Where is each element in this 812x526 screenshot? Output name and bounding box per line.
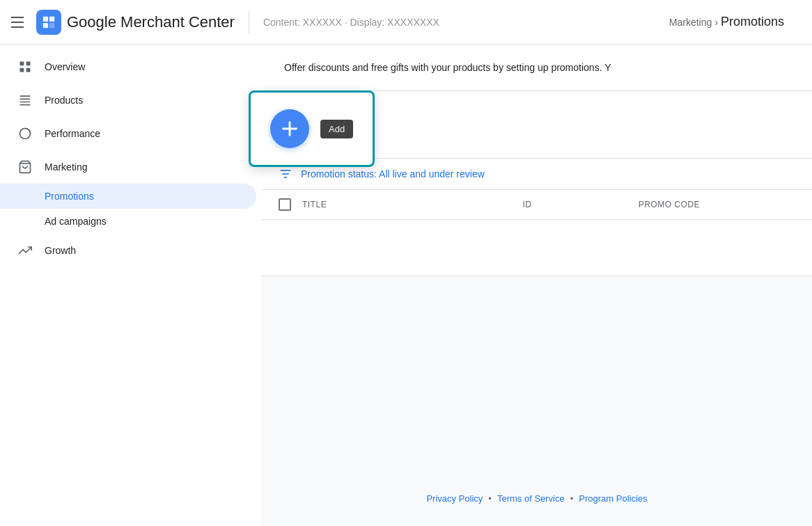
promo-banner-text: Offer discounts and free gifts with your… bbox=[284, 62, 611, 73]
promo-banner: Offer discounts and free gifts with your… bbox=[262, 45, 812, 91]
header-breadcrumb-area: Content: XXXXXX · Display: XXXXXXXX Mark… bbox=[263, 15, 801, 29]
sidebar-item-promotions-label: Promotions bbox=[45, 191, 94, 202]
header-divider bbox=[249, 11, 249, 33]
svg-rect-0 bbox=[43, 16, 48, 21]
privacy-policy-link[interactable]: Privacy Policy bbox=[426, 493, 483, 504]
svg-rect-6 bbox=[20, 68, 24, 72]
account-info: Content: XXXXXX · Display: XXXXXXXX bbox=[263, 17, 439, 28]
menu-icon[interactable] bbox=[11, 14, 28, 31]
add-tooltip-label: Add bbox=[320, 120, 353, 138]
trend-icon bbox=[17, 242, 33, 259]
table-col-id: ID bbox=[522, 200, 627, 209]
svg-rect-10 bbox=[20, 102, 31, 103]
table-col-promo: Promo code bbox=[639, 200, 795, 209]
sidebar-item-marketing[interactable]: Marketing bbox=[0, 150, 256, 184]
svg-rect-11 bbox=[20, 104, 31, 106]
sidebar-item-overview-label: Overview bbox=[45, 61, 85, 72]
logo-text: Google Merchant Center bbox=[67, 13, 235, 31]
table-header: Title ID Promo code bbox=[262, 190, 812, 220]
add-tooltip-box: Add bbox=[249, 90, 375, 167]
breadcrumb: Marketing › Promotions bbox=[669, 15, 801, 29]
circle-icon bbox=[17, 125, 33, 142]
svg-rect-9 bbox=[20, 99, 31, 100]
add-circle-button[interactable] bbox=[270, 109, 309, 148]
program-policies-link[interactable]: Program Policies bbox=[579, 493, 647, 504]
sidebar-item-marketing-label: Marketing bbox=[45, 161, 87, 173]
terms-of-service-link[interactable]: Terms of Service bbox=[497, 493, 565, 504]
main-layout: Overview Products Performa bbox=[0, 45, 812, 526]
svg-rect-8 bbox=[20, 95, 31, 97]
breadcrumb-chevron-icon: › bbox=[715, 17, 718, 28]
header-left: Google Merchant Center bbox=[11, 10, 235, 35]
grid-icon bbox=[17, 58, 33, 75]
table-col-title: Title bbox=[302, 200, 511, 209]
tooltip-overlay: Add bbox=[249, 90, 375, 167]
filter-status-text: Promotion status: All live and under rev… bbox=[301, 168, 485, 180]
svg-rect-2 bbox=[43, 22, 48, 27]
filter-value[interactable]: All live and under review bbox=[379, 168, 485, 180]
app-header: Google Merchant Center Content: XXXXXX ·… bbox=[0, 0, 812, 45]
breadcrumb-marketing-link[interactable]: Marketing bbox=[669, 17, 712, 28]
list-icon bbox=[17, 92, 33, 109]
footer-sep-1: • bbox=[488, 493, 492, 504]
sidebar-item-promotions[interactable]: Promotions bbox=[0, 184, 256, 209]
bag-icon bbox=[17, 159, 33, 175]
filter-icon[interactable] bbox=[279, 167, 292, 181]
footer-sep-2: • bbox=[570, 493, 574, 504]
svg-rect-5 bbox=[26, 62, 31, 66]
svg-rect-3 bbox=[49, 22, 54, 27]
sidebar: Overview Products Performa bbox=[0, 45, 262, 526]
sidebar-item-growth[interactable]: Growth bbox=[0, 234, 256, 267]
select-all-checkbox[interactable] bbox=[279, 198, 291, 211]
sidebar-item-performance-label: Performance bbox=[45, 128, 100, 139]
footer-links: Privacy Policy • Terms of Service • Prog… bbox=[426, 493, 647, 504]
content-footer: Privacy Policy • Terms of Service • Prog… bbox=[262, 276, 812, 526]
sidebar-item-ad-campaigns[interactable]: Ad campaigns bbox=[0, 209, 256, 234]
svg-rect-1 bbox=[49, 16, 54, 21]
sidebar-item-performance[interactable]: Performance bbox=[0, 117, 256, 150]
svg-rect-4 bbox=[20, 62, 24, 66]
sidebar-item-overview[interactable]: Overview bbox=[0, 50, 256, 83]
table-container: Title ID Promo code bbox=[262, 190, 812, 276]
sidebar-item-products[interactable]: Products bbox=[0, 83, 256, 117]
sidebar-item-growth-label: Growth bbox=[45, 245, 76, 256]
table-empty-state bbox=[262, 220, 812, 276]
page-title: Promotions bbox=[721, 15, 784, 29]
sidebar-item-products-label: Products bbox=[45, 95, 83, 106]
svg-rect-7 bbox=[26, 68, 31, 72]
logo-container: Google Merchant Center bbox=[36, 10, 235, 35]
google-logo-icon bbox=[36, 10, 61, 35]
sidebar-item-ad-campaigns-label: Ad campaigns bbox=[45, 216, 107, 227]
